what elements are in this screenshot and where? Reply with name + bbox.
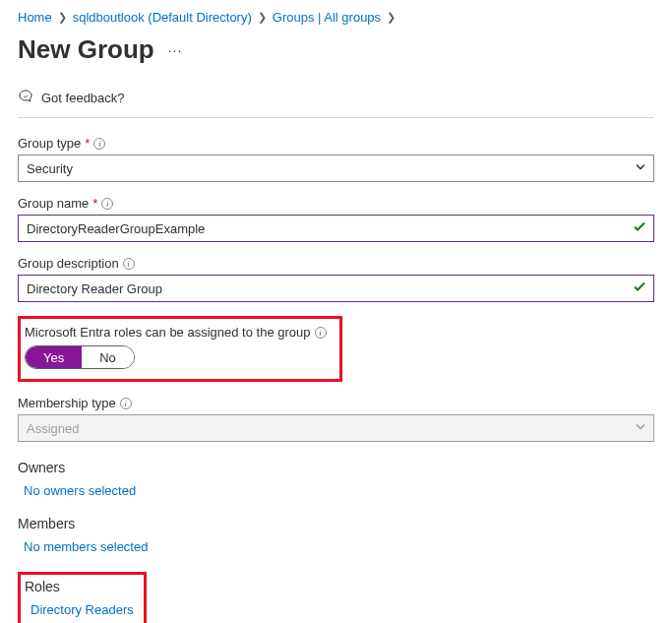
roles-heading: Roles [25,579,134,594]
breadcrumb-home[interactable]: Home [18,10,52,25]
group-description-field: Group description i Directory Reader Gro… [18,256,654,302]
required-indicator: * [92,196,97,211]
membership-type-dropdown: Assigned [18,414,654,442]
group-description-input[interactable]: Directory Reader Group [18,275,654,302]
group-type-field: Group type * i Security [18,136,654,182]
toggle-yes[interactable]: Yes [26,346,82,368]
group-description-value: Directory Reader Group [27,281,162,296]
feedback-icon [18,89,33,107]
more-actions-button[interactable]: ··· [168,42,183,58]
chevron-right-icon: ❯ [258,11,267,24]
chevron-right-icon: ❯ [387,11,396,24]
chevron-right-icon: ❯ [58,11,67,24]
page-title-row: New Group ··· [18,34,654,65]
required-indicator: * [85,136,90,151]
group-name-label: Group name [18,196,89,211]
group-name-value: DirectoryReaderGroupExample [27,221,205,236]
owners-link[interactable]: No owners selected [24,483,654,498]
members-link[interactable]: No members selected [24,539,654,554]
breadcrumb-directory[interactable]: sqldboutlook (Default Directory) [73,10,252,25]
breadcrumb-groups[interactable]: Groups | All groups [273,10,381,25]
membership-type-value: Assigned [27,421,79,436]
info-icon[interactable]: i [93,138,105,150]
group-description-label: Group description [18,256,119,271]
group-name-field: Group name * i DirectoryReaderGroupExamp… [18,196,654,242]
membership-type-label: Membership type [18,396,116,410]
info-icon[interactable]: i [315,327,327,339]
roles-highlight: Roles Directory Readers [18,572,147,623]
divider [18,117,654,118]
feedback-label: Got feedback? [41,91,125,105]
group-name-input[interactable]: DirectoryReaderGroupExample [18,215,654,242]
group-type-label: Group type [18,136,81,151]
roles-link[interactable]: Directory Readers [31,602,134,617]
group-type-value: Security [27,161,73,176]
roles-assignable-label: Microsoft Entra roles can be assigned to… [25,325,311,340]
membership-type-field: Membership type i Assigned [18,396,654,442]
roles-assignable-toggle[interactable]: Yes No [25,345,135,369]
roles-assignable-highlight: Microsoft Entra roles can be assigned to… [18,316,342,382]
feedback-button[interactable]: Got feedback? [18,83,654,117]
page-title: New Group [18,34,154,65]
owners-heading: Owners [18,460,654,475]
group-type-dropdown[interactable]: Security [18,155,654,182]
members-heading: Members [18,516,654,531]
breadcrumb: Home ❯ sqldboutlook (Default Directory) … [18,10,654,25]
toggle-no[interactable]: No [82,346,134,368]
info-icon[interactable]: i [120,398,132,409]
info-icon[interactable]: i [123,258,135,270]
info-icon[interactable]: i [101,198,113,210]
